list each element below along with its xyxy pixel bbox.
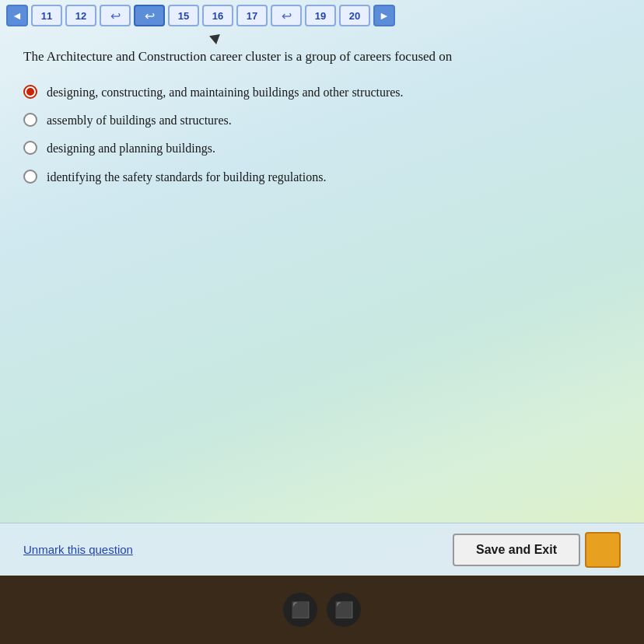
nav-item-16[interactable]: 16 (202, 5, 233, 26)
unmark-button[interactable]: Unmark this question (23, 543, 133, 556)
save-exit-button[interactable]: Save and Exit (453, 534, 580, 566)
radio-D[interactable] (23, 170, 37, 184)
question-area: The Architecture and Construction career… (0, 31, 644, 523)
nav-bar: ◄ 11 12 ↩ ↩ 15 16 17 ↩ 19 20 ► (0, 0, 644, 31)
option-B[interactable]: assembly of buildings and structures. (23, 112, 621, 129)
taskbar: ⬛ ⬛ (0, 576, 644, 644)
radio-B[interactable] (23, 113, 37, 127)
nav-flag-18[interactable]: ↩ (271, 5, 302, 26)
option-D-label: identifying the safety standards for bui… (47, 169, 326, 186)
option-C[interactable]: designing and planning buildings. (23, 140, 621, 157)
option-D[interactable]: identifying the safety standards for bui… (23, 169, 621, 186)
nav-flag-13[interactable]: ↩ (100, 5, 131, 26)
prev-button[interactable]: ◄ (6, 5, 28, 26)
option-A[interactable]: designing, constructing, and maintaining… (23, 84, 621, 101)
nav-item-12[interactable]: 12 (65, 5, 96, 26)
nav-item-20[interactable]: 20 (339, 5, 370, 26)
bottom-right: Save and Exit (453, 532, 621, 568)
option-C-label: designing and planning buildings. (47, 140, 215, 157)
cursor (209, 34, 222, 45)
nav-item-17[interactable]: 17 (236, 5, 268, 26)
radio-C[interactable] (23, 141, 37, 155)
options-list: designing, constructing, and maintaining… (23, 84, 621, 187)
option-A-label: designing, constructing, and maintaining… (47, 84, 404, 101)
nav-flag-14[interactable]: ↩ (134, 5, 165, 26)
nav-item-15[interactable]: 15 (168, 5, 199, 26)
question-text: The Architecture and Construction career… (23, 47, 621, 67)
option-B-label: assembly of buildings and structures. (47, 112, 232, 129)
radio-A[interactable] (23, 85, 37, 99)
nav-item-19[interactable]: 19 (305, 5, 336, 26)
next-button[interactable]: ► (373, 5, 395, 26)
bottom-bar: Unmark this question Save and Exit (0, 523, 644, 576)
orange-button[interactable] (585, 532, 621, 568)
taskbar-icon-2[interactable]: ⬛ (327, 593, 361, 627)
taskbar-icon-1[interactable]: ⬛ (283, 593, 317, 627)
nav-item-11[interactable]: 11 (31, 5, 62, 26)
